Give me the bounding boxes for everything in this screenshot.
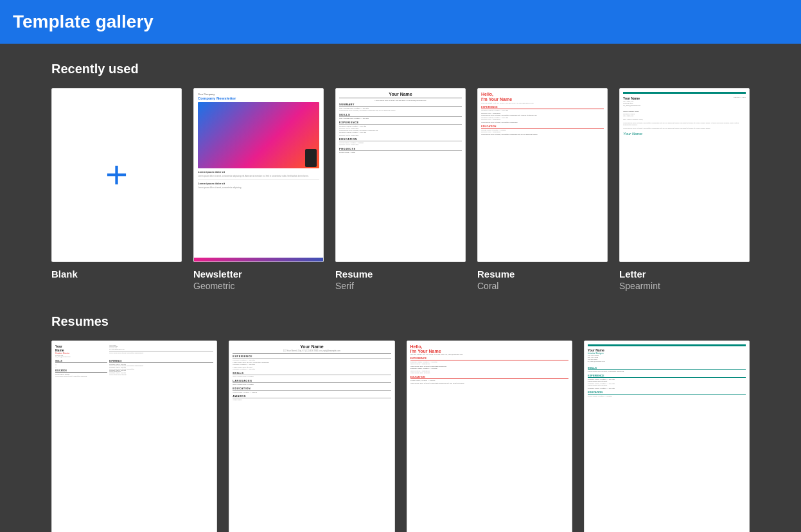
ls-date: February 9, 2024 bbox=[734, 96, 746, 98]
rsb-education: Education bbox=[233, 387, 391, 391]
rcb-name: I'm Your Name bbox=[410, 349, 568, 353]
rsp-skills: Skills bbox=[588, 366, 746, 370]
rs-summary: Summary bbox=[339, 103, 462, 107]
ls-top-bar bbox=[623, 92, 746, 94]
rs-project-1: Project Name — detail bbox=[339, 152, 462, 154]
rmw-addr: Your NameYour Job Title123.456.789no_rep… bbox=[109, 344, 213, 350]
nl-bold-text: Lorem ipsum dolor sit bbox=[198, 170, 319, 173]
nl-footer bbox=[194, 258, 323, 262]
template-resume-serif-2[interactable]: Your Name 123 Your Street | City, ST | 1… bbox=[229, 341, 394, 532]
resume-coral-2-content: Hello, I'm Your Name 123 Your Street | C… bbox=[407, 341, 572, 532]
rcb-education: Education bbox=[410, 375, 568, 379]
template-resume-serif-label-primary: Resume bbox=[335, 269, 373, 279]
template-blank-thumbnail[interactable]: + bbox=[51, 88, 182, 262]
rs-contact: Lorem ipsum dolor sit amet | 555-555-555… bbox=[339, 100, 462, 102]
resumes-section: Resumes YourName Creative Director 123.4… bbox=[51, 314, 750, 532]
rmw-edu-desc: Lorem ipsum dolor sit amet, consectetur … bbox=[55, 375, 107, 377]
template-newsletter-label-secondary: Geometric bbox=[193, 281, 235, 291]
rmw-experience-title: Experience bbox=[109, 360, 213, 363]
rsb-skills: Skills bbox=[233, 371, 391, 375]
template-modern-writer-thumbnail[interactable]: YourName Creative Director 123.456.789no… bbox=[51, 341, 217, 532]
template-resume-serif-2-thumbnail[interactable]: Your Name 123 Your Street | City, ST | 1… bbox=[229, 341, 394, 532]
rs-skills: Skills bbox=[339, 113, 462, 117]
resume-serif-2-content: Your Name 123 Your Street | City, ST | 1… bbox=[229, 341, 394, 532]
rmw-skills-title: Skills bbox=[55, 360, 107, 363]
template-resume-modern-writer[interactable]: YourName Creative Director 123.456.789no… bbox=[51, 341, 217, 532]
rc-hello: Hello, bbox=[481, 92, 604, 96]
rsp-experience: Experience bbox=[588, 374, 746, 378]
ls-signature: Your Name bbox=[623, 132, 746, 136]
template-resume-coral-2-thumbnail[interactable]: Hello, I'm Your Name 123 Your Street | C… bbox=[407, 341, 572, 532]
ls-paragraph2: Lorem ipsum dolor sit amet, consectetur … bbox=[623, 127, 746, 129]
template-resume-spearmint-2-thumbnail[interactable]: Your Name Industrial Designer 123 Your S… bbox=[584, 341, 750, 532]
rsb-experience: Experience bbox=[233, 355, 391, 359]
rc-edu-1-desc: Lorem ipsum dolor sit amet, consectetur … bbox=[481, 134, 604, 136]
ls-paragraph1: Lorem ipsum dolor sit amet, consectetur … bbox=[623, 122, 746, 126]
rcb-contact: 123 Your Street | City, ST 12345 | 123.4… bbox=[410, 353, 568, 355]
template-letter-spearmint-label-primary: Letter bbox=[619, 269, 646, 279]
blank-thumb-content: + bbox=[52, 89, 181, 262]
rcb-hello: Hello, bbox=[410, 344, 568, 349]
template-resume-coral-label-primary: Resume bbox=[477, 269, 515, 279]
template-resume-serif-label-secondary: Serif bbox=[335, 281, 354, 291]
resume-coral-content: Hello, I'm Your Name 123 Your Street | C… bbox=[478, 89, 607, 262]
rsp-name-block: Your Name Industrial Designer 123 Your S… bbox=[588, 348, 746, 364]
rc-exp-2-desc: Lorem ipsum dolor sit amet, consectetur … bbox=[481, 121, 604, 123]
nl-body-text: Lorem ipsum dolor sit amet, consectetur … bbox=[198, 175, 319, 177]
template-blank-label: Blank bbox=[51, 269, 78, 279]
main-content: Recently used + Blank Your Company Compa… bbox=[0, 44, 801, 532]
resumes-grid: YourName Creative Director 123.456.789no… bbox=[51, 341, 750, 532]
nl-bold-text-2: Lorem ipsum dolor sit bbox=[198, 182, 319, 185]
rmw-name: YourName bbox=[55, 344, 107, 352]
rs-skills-text: NNN Accrued Illum | Location — Job Title bbox=[339, 118, 462, 120]
template-letter-spearmint-label-secondary: Spearmint bbox=[619, 281, 660, 291]
rmw-right-header: Your NameYour Job Title123.456.789no_rep… bbox=[109, 344, 213, 357]
rmw-contact: 123.456.789no_reply@example.com bbox=[55, 355, 107, 357]
rmw-education-title: Education bbox=[55, 369, 107, 373]
resume-spearmint-2-content: Your Name Industrial Designer 123 Your S… bbox=[585, 341, 749, 532]
nl-phone bbox=[305, 149, 317, 167]
recently-used-grid: + Blank Your Company Company Newsletter … bbox=[51, 88, 750, 291]
template-resume-spearmint-2[interactable]: Your Name Industrial Designer 123 Your S… bbox=[584, 341, 750, 532]
template-resume-coral-thumbnail[interactable]: Hello, I'm Your Name 123 Your Street | C… bbox=[477, 88, 608, 262]
rmw-body: Skills — — — Education School Name / Deg… bbox=[55, 359, 213, 377]
template-resume-coral[interactable]: Hello, I'm Your Name 123 Your Street | C… bbox=[477, 88, 608, 291]
template-newsletter-label-primary: Newsletter bbox=[193, 269, 242, 279]
rsp-contact: 123 Your StreetCity, ST 12345123.456.789… bbox=[588, 355, 746, 362]
nl-company: Your Company bbox=[198, 93, 319, 96]
rs-exp-2-date: MONTH YEAR - PRESENT bbox=[339, 134, 462, 136]
ls-company-addr: City, State, Zip bbox=[623, 115, 746, 117]
template-resume-coral-label-secondary: Coral bbox=[477, 281, 498, 291]
modern-writer-content: YourName Creative Director 123.456.789no… bbox=[52, 341, 216, 532]
rsb-awards: Awards bbox=[233, 395, 391, 398]
rc-contact: 123 Your Street | City, ST 12345 | 123.4… bbox=[481, 102, 604, 104]
rs-education: Education bbox=[339, 137, 462, 141]
rs-edu-1-date: MONTH YEAR - PRESENT bbox=[339, 144, 462, 146]
rsp-bar bbox=[588, 344, 746, 346]
template-newsletter-geometric[interactable]: Your Company Company Newsletter Lorem ip… bbox=[193, 88, 324, 291]
rsb-subtitle: 123 Your Street | City, ST | 123.456.789… bbox=[233, 350, 391, 352]
rmw-right-col: Experience Company Name / Job Title Lore… bbox=[109, 359, 213, 377]
template-resume-serif-thumbnail[interactable]: Your Name Lorem ipsum dolor sit amet | 5… bbox=[335, 88, 466, 262]
rs-experience: Experience bbox=[339, 121, 462, 125]
rc-education-title: Education bbox=[481, 125, 604, 129]
rmw-divider bbox=[109, 351, 213, 351]
rs-name: Your Name bbox=[339, 92, 462, 98]
template-letter-spearmint[interactable]: Your Name City, State, Zip123.456.7890no… bbox=[619, 88, 750, 291]
ls-salutation: Dear Hiring Manager Name, bbox=[623, 119, 746, 121]
resume-serif-content: Your Name Lorem ipsum dolor sit amet | 5… bbox=[336, 89, 465, 262]
rmw-header-text: Lorem ipsum dolor sit amet, consectetur … bbox=[109, 352, 213, 353]
nl-image bbox=[198, 102, 319, 168]
nl-divider bbox=[198, 179, 319, 180]
ls-address: City, State, Zip123.456.7890no_reply@exa… bbox=[623, 101, 640, 107]
rmw-header: YourName Creative Director 123.456.789no… bbox=[55, 344, 213, 357]
recently-used-section: Recently used + Blank Your Company Compa… bbox=[51, 62, 750, 291]
rmw-left-col: Skills — — — Education School Name / Deg… bbox=[55, 359, 107, 377]
template-letter-spearmint-thumbnail[interactable]: Your Name City, State, Zip123.456.7890no… bbox=[619, 88, 750, 262]
nl-title: Company Newsletter bbox=[198, 96, 319, 100]
template-newsletter-thumbnail[interactable]: Your Company Company Newsletter Lorem ip… bbox=[193, 88, 324, 262]
rc-experience-title: Experience bbox=[481, 105, 604, 109]
template-resume-coral-2[interactable]: Hello, I'm Your Name 123 Your Street | C… bbox=[407, 341, 572, 532]
template-resume-serif[interactable]: Your Name Lorem ipsum dolor sit amet | 5… bbox=[335, 88, 466, 291]
template-blank[interactable]: + Blank bbox=[51, 88, 182, 291]
